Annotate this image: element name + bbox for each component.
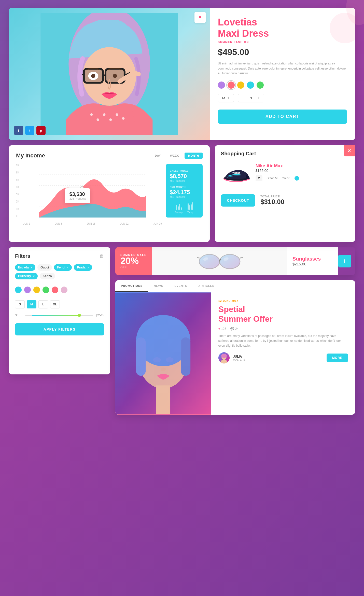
tab-month[interactable]: MONTH [185, 153, 203, 159]
sunglasses-info: Sunglasses $215.00 [287, 247, 338, 275]
total-info: TOTAL PRICE $310.00 [260, 195, 284, 206]
filter-tag-kenzo[interactable]: Kenzo [40, 273, 55, 279]
cart-close-button[interactable]: ✕ [344, 145, 355, 156]
add-to-cart-button[interactable]: ADD TO CART [218, 110, 347, 124]
row-2: My Income DAY WEEK MONTH 7K 6K 5K 4K 3K … [9, 145, 355, 242]
color-cyan[interactable] [247, 82, 254, 89]
quantity-increase[interactable]: + [257, 96, 260, 100]
color-red[interactable] [228, 82, 235, 89]
tab-week[interactable]: WEEK [166, 153, 183, 159]
chart-x-labels: JUN 1 JUN 8 JUN 15 JUN 22 JUN 29 [23, 222, 162, 225]
chart-area: 7K 6K 5K 4K 3K 2K 1K 0 [16, 164, 203, 225]
stats-today: SALES TODAY $8,570 450 Products [170, 168, 199, 184]
color-options [218, 82, 347, 89]
stats-today-products: 450 Products [170, 180, 199, 182]
wishlist-button[interactable]: ♥ [194, 12, 206, 23]
filter-tags: Escada ✕ Gucci Fendi ✕ Prada ✕ Burberry … [15, 264, 104, 279]
svg-point-19 [91, 74, 95, 78]
tab-day[interactable]: DAY [151, 153, 164, 159]
tag-close-fendi[interactable]: ✕ [67, 266, 69, 269]
size-m[interactable]: M [27, 300, 36, 308]
tag-close-escada[interactable]: ✕ [30, 266, 32, 269]
product-card: ♥ f t p Lovetias Maxi Dress SUMMER FASHI… [9, 8, 355, 140]
cart-item-info: Nike Air Max $155.00 2 Size: M Color: [256, 163, 349, 181]
twitter-button[interactable]: t [25, 126, 34, 135]
filter-tag-prada[interactable]: Prada ✕ [74, 264, 92, 271]
filter-color-pink[interactable] [61, 287, 67, 293]
article-content: 12 JUNE 2017 Spetial Summer Offer ♥ 125 … [115, 292, 355, 415]
size-s[interactable]: S [15, 300, 25, 308]
size-l[interactable]: L [38, 300, 48, 308]
comment-icon: 💬 [230, 327, 234, 331]
cart-quantity[interactable]: 2 [256, 175, 262, 181]
average-bar-group: Average [175, 202, 183, 213]
total-label: TOTAL PRICE [260, 195, 284, 198]
filter-color-red[interactable] [52, 287, 58, 293]
divider [221, 188, 349, 188]
svg-rect-48 [221, 360, 227, 363]
tooltip-amount: $3,630 [69, 191, 86, 197]
color-green[interactable] [257, 82, 264, 89]
color-purple[interactable] [218, 82, 225, 89]
size-options: S M L XL [15, 300, 104, 308]
article-img-inner [115, 292, 211, 415]
price-row: $0 $2545 [15, 314, 104, 317]
tag-close-burberry[interactable]: ✕ [33, 275, 35, 278]
checkout-button[interactable]: CHECKOUT [221, 194, 255, 207]
stats-today-amount: $8,570 [170, 173, 199, 179]
sunglasses-price: $215.00 [292, 262, 333, 266]
quantity-control: − 1 + [238, 94, 264, 102]
filter-tag-escada[interactable]: Escada ✕ [15, 264, 35, 271]
cart-item-name: Nike Air Max [256, 163, 349, 169]
size-xl[interactable]: XL [50, 300, 60, 308]
size-selector[interactable]: M ▼ [218, 94, 234, 102]
income-title: My Income [16, 152, 45, 159]
sale-off: OFF [120, 266, 127, 269]
product-price: $495.00 [218, 47, 347, 57]
chart-tooltip: $3,630 325 Products [65, 188, 90, 203]
svg-line-31 [197, 258, 199, 258]
filter-tag-fendi[interactable]: Fendi ✕ [54, 264, 72, 271]
tab-promotions[interactable]: PROMOTIONS [115, 280, 148, 292]
filter-color-yellow[interactable] [33, 287, 40, 293]
cart-item-meta: 2 Size: M Color: [256, 175, 349, 181]
article-tabs: PROMOTIONS NEWS EVENTS ARTICLES [115, 280, 355, 292]
heart-icon: ♥ [199, 15, 201, 20]
range-handle[interactable] [78, 314, 81, 317]
today-chart [188, 202, 193, 210]
article-meta: ♥ 125 💬 24 [218, 327, 348, 331]
filter-color-green[interactable] [43, 287, 49, 293]
more-button[interactable]: MORE [327, 354, 348, 362]
product-title: Lovetias Maxi Dress [218, 17, 347, 39]
income-card: My Income DAY WEEK MONTH 7K 6K 5K 4K 3K … [9, 145, 210, 242]
svg-point-7 [116, 113, 118, 116]
stats-month: PER MONTH $24,175 450 Products [170, 184, 199, 200]
tag-close-prada[interactable]: ✕ [87, 266, 89, 269]
svg-point-30 [220, 254, 240, 269]
article-image [115, 292, 211, 415]
svg-point-47 [221, 354, 227, 358]
svg-point-28 [199, 254, 220, 269]
quantity-decrease[interactable]: − [242, 96, 245, 100]
author-info: JULIA WALTERS [233, 355, 323, 361]
apply-filters-button[interactable]: APPLY FILTERS [15, 323, 104, 335]
sunglasses-add-button[interactable]: + [338, 255, 351, 267]
tab-events[interactable]: EVENTS [169, 280, 193, 292]
filter-tag-gucci[interactable]: Gucci [37, 264, 52, 271]
tab-articles[interactable]: ARTICLES [193, 280, 220, 292]
pinterest-button[interactable]: p [36, 126, 46, 135]
facebook-button[interactable]: f [14, 126, 23, 135]
filter-color-purple[interactable] [24, 287, 31, 293]
trash-icon[interactable]: 🗑 [100, 253, 104, 259]
cart-title: Shopping Cart [221, 151, 256, 157]
color-yellow[interactable] [237, 82, 244, 89]
range-track[interactable] [25, 315, 93, 316]
filter-color-cyan[interactable] [15, 287, 22, 293]
article-likes: ♥ 125 [218, 327, 226, 331]
tab-news[interactable]: NEWS [148, 280, 169, 292]
svg-point-3 [90, 113, 93, 116]
filter-tag-burberry[interactable]: Burberry ✕ [15, 273, 38, 279]
product-image-section: ♥ f t p [9, 8, 210, 140]
sunglasses-name: Sunglasses [292, 256, 333, 262]
filters-header: Filters 🗑 [15, 253, 104, 259]
